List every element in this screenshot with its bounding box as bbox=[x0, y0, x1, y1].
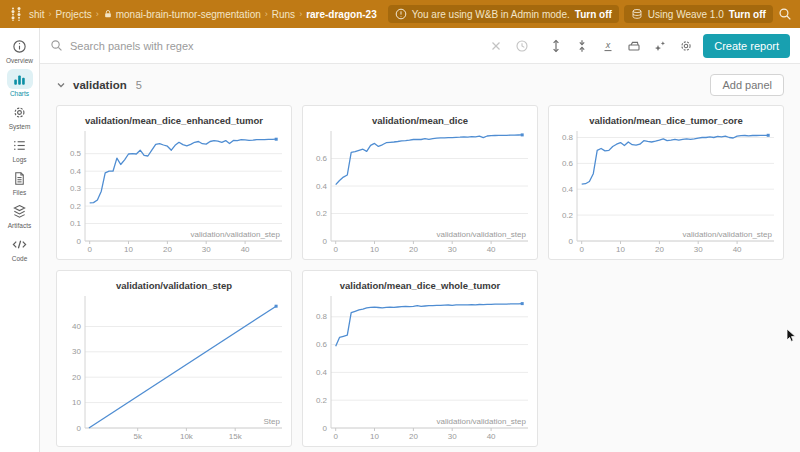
svg-text:0.6: 0.6 bbox=[316, 340, 328, 349]
history-icon[interactable] bbox=[515, 39, 529, 53]
settings-gear-icon[interactable] bbox=[679, 39, 693, 53]
admin-mode-banner: You are using W&B in Admin mode. Turn of… bbox=[388, 5, 619, 23]
sidebar-item-label: Artifacts bbox=[8, 222, 31, 229]
sidebar-item-overview[interactable]: Overview bbox=[1, 36, 39, 64]
navbar-actions: ? bbox=[778, 5, 800, 23]
logs-icon bbox=[7, 135, 33, 155]
svg-text:30: 30 bbox=[694, 245, 703, 254]
chevron-down-icon[interactable] bbox=[56, 80, 66, 90]
run-sidebar: OverviewChartsSystemLogsFilesArtifactsCo… bbox=[0, 28, 40, 452]
breadcrumb-item-monai-brain-tumor-segmentation[interactable]: monai-brain-tumor-segmentation bbox=[103, 9, 261, 20]
svg-text:Step: Step bbox=[264, 417, 281, 426]
section-title[interactable]: validation bbox=[73, 79, 127, 91]
svg-text:0.8: 0.8 bbox=[562, 133, 574, 142]
sidebar-item-code[interactable]: Code bbox=[1, 234, 39, 262]
search-input[interactable] bbox=[70, 40, 479, 52]
svg-text:0.1: 0.1 bbox=[70, 219, 82, 228]
svg-text:x: x bbox=[605, 40, 611, 50]
svg-text:0: 0 bbox=[77, 424, 82, 433]
sidebar-item-label: Charts bbox=[10, 90, 29, 97]
chart-title: validation/mean_dice_whole_tumor bbox=[303, 271, 537, 291]
svg-text:0.2: 0.2 bbox=[562, 211, 574, 220]
svg-text:0.8: 0.8 bbox=[316, 312, 328, 321]
svg-text:30: 30 bbox=[448, 245, 457, 254]
weave-banner: Using Weave 1.0 Turn off bbox=[624, 5, 773, 23]
sidebar-item-label: Logs bbox=[12, 156, 26, 163]
expand-panels-icon[interactable] bbox=[549, 39, 563, 53]
sidebar-item-logs[interactable]: Logs bbox=[1, 135, 39, 163]
svg-text:40: 40 bbox=[241, 245, 250, 254]
svg-text:20: 20 bbox=[409, 432, 418, 441]
top-navbar: shit›Projects›monai-brain-tumor-segmenta… bbox=[0, 0, 800, 28]
chart-panel-4[interactable]: validation/validation_step0102030405k10k… bbox=[56, 270, 292, 447]
chart-panel-5[interactable]: validation/mean_dice_whole_tumor00.20.40… bbox=[302, 270, 538, 447]
svg-text:0: 0 bbox=[569, 237, 574, 246]
panel-grid: validation/mean_dice_enhanced_tumor00.10… bbox=[56, 105, 784, 447]
panel-settings-icon[interactable] bbox=[627, 39, 641, 53]
breadcrumb-separator: › bbox=[96, 9, 99, 19]
lock-icon bbox=[103, 9, 113, 19]
sidebar-item-system[interactable]: System bbox=[1, 102, 39, 130]
chart-plot: 00.20.40.60.8010203040validation/validat… bbox=[303, 291, 537, 446]
sidebar-item-files[interactable]: Files bbox=[1, 168, 39, 196]
gear-icon bbox=[7, 102, 33, 122]
toolbar-icons: x bbox=[489, 39, 693, 53]
chart-panel-3[interactable]: validation/mean_dice_tumor_core00.20.40.… bbox=[548, 105, 784, 260]
svg-text:10: 10 bbox=[616, 245, 625, 254]
create-report-button[interactable]: Create report bbox=[703, 34, 790, 58]
svg-text:10k: 10k bbox=[180, 432, 194, 441]
breadcrumb-separator: › bbox=[265, 9, 268, 19]
sidebar-item-charts[interactable]: Charts bbox=[1, 69, 39, 97]
collapse-panels-icon[interactable] bbox=[575, 39, 589, 53]
svg-text:0.4: 0.4 bbox=[562, 185, 574, 194]
files-icon bbox=[7, 168, 33, 188]
panel-search bbox=[50, 39, 479, 52]
chart-panel-2[interactable]: validation/mean_dice00.20.40.6010203040v… bbox=[302, 105, 538, 260]
svg-text:40: 40 bbox=[72, 322, 81, 331]
sidebar-item-label: Code bbox=[12, 255, 28, 262]
svg-text:validation/validation_step: validation/validation_step bbox=[683, 230, 773, 239]
breadcrumb: shit›Projects›monai-brain-tumor-segmenta… bbox=[29, 9, 377, 20]
breadcrumb-item-shit[interactable]: shit bbox=[29, 9, 45, 20]
add-panel-button[interactable]: Add panel bbox=[710, 74, 784, 96]
svg-text:15k: 15k bbox=[229, 432, 243, 441]
panels-toolbar: x Create report bbox=[40, 28, 800, 64]
svg-text:10: 10 bbox=[72, 398, 81, 407]
svg-text:0: 0 bbox=[323, 237, 328, 246]
svg-text:validation/validation_step: validation/validation_step bbox=[437, 417, 527, 426]
chart-title: validation/mean_dice bbox=[303, 106, 537, 126]
weave-turn-off-button[interactable]: Turn off bbox=[729, 9, 766, 20]
svg-text:0.5: 0.5 bbox=[70, 149, 82, 158]
search-icon bbox=[50, 39, 63, 52]
svg-text:5k: 5k bbox=[133, 432, 142, 441]
x-axis-icon[interactable]: x bbox=[601, 39, 615, 53]
chart-panel-1[interactable]: validation/mean_dice_enhanced_tumor00.10… bbox=[56, 105, 292, 260]
chart-plot: 00.20.40.6010203040validation/validation… bbox=[303, 126, 537, 259]
svg-text:20: 20 bbox=[655, 245, 664, 254]
sparkle-icon[interactable] bbox=[653, 39, 667, 53]
breadcrumb-separator: › bbox=[49, 9, 52, 19]
wandb-logo-icon[interactable] bbox=[8, 6, 24, 22]
global-search-icon[interactable] bbox=[778, 7, 792, 21]
svg-text:0.4: 0.4 bbox=[70, 167, 82, 176]
admin-turn-off-button[interactable]: Turn off bbox=[575, 9, 612, 20]
chart-plot: 00.10.20.30.40.5010203040validation/vali… bbox=[57, 126, 291, 259]
svg-text:20: 20 bbox=[72, 373, 81, 382]
section-panel-count: 5 bbox=[136, 79, 142, 91]
warning-icon bbox=[395, 8, 407, 20]
breadcrumb-item-rare-dragon-23[interactable]: rare-dragon-23 bbox=[306, 9, 377, 20]
svg-text:0.6: 0.6 bbox=[316, 154, 328, 163]
svg-text:0.3: 0.3 bbox=[70, 184, 82, 193]
admin-banner-text: You are using W&B in Admin mode. bbox=[412, 9, 570, 20]
svg-text:0.6: 0.6 bbox=[562, 159, 574, 168]
breadcrumb-item-Projects[interactable]: Projects bbox=[56, 9, 92, 20]
workspace-content: validation 5 Add panel validation/mean_d… bbox=[40, 64, 800, 452]
sidebar-item-artifacts[interactable]: Artifacts bbox=[1, 201, 39, 229]
weave-banner-text: Using Weave 1.0 bbox=[648, 9, 724, 20]
code-icon bbox=[7, 234, 33, 254]
svg-text:0: 0 bbox=[333, 245, 338, 254]
breadcrumb-item-Runs[interactable]: Runs bbox=[272, 9, 295, 20]
svg-text:30: 30 bbox=[72, 347, 81, 356]
sidebar-item-label: Overview bbox=[6, 57, 33, 64]
clear-search-icon[interactable] bbox=[489, 39, 503, 53]
